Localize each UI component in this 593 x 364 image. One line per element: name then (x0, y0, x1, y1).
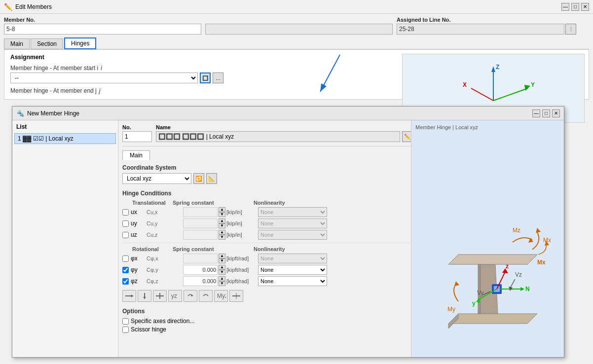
phiz-down[interactable]: ▼ (219, 281, 225, 286)
specific-axes-label: Specific axes direction... (131, 318, 194, 325)
no-input[interactable]: 1 (122, 131, 152, 142)
tab-main[interactable]: Main (4, 38, 30, 49)
phix-up[interactable]: ▲ (219, 254, 225, 258)
svg-text:N: N (525, 286, 530, 292)
svg-text:X: X (463, 81, 467, 88)
svg-marker-22 (448, 314, 537, 324)
tab-hinges[interactable]: Hinges (64, 37, 96, 49)
uz-up[interactable]: ▲ (219, 230, 225, 235)
coord-icon-btn2[interactable]: 📐 (206, 173, 217, 184)
toolbar-btn-2[interactable] (138, 290, 151, 302)
phiy-down[interactable]: ▼ (219, 270, 225, 275)
uy-check[interactable] (122, 220, 129, 227)
sub-tab-main[interactable]: Main (122, 150, 150, 160)
hinge-start-edit-btn[interactable]: 🔲 (200, 73, 211, 83)
phiz-nonlin[interactable]: None (258, 276, 327, 286)
svg-text:Vy: Vy (477, 290, 484, 296)
spacer-input[interactable] (205, 24, 393, 35)
svg-text:Vz: Vz (515, 271, 522, 278)
spring-header2: Spring constant (173, 246, 252, 252)
coord-icon-btn1[interactable]: 🔁 (193, 173, 204, 184)
spacer-group (205, 17, 393, 35)
member-no-group: Member No. 5-8 (4, 17, 201, 35)
sub-dialog-icon: 🔩 (16, 109, 24, 117)
toolbar-btn-1[interactable] (122, 290, 136, 302)
list-item-text: 1 ▓▓ ☑☑ | Local xyz (18, 135, 74, 142)
uy-down[interactable]: ▼ (219, 223, 225, 228)
toolbar-btn-6[interactable] (199, 290, 213, 302)
coord-select[interactable]: Local xyz (122, 173, 191, 184)
assigned-line-group: Assigned to Line No. 25-28 ⋮ (397, 17, 576, 35)
sub-maximize-btn[interactable]: □ (542, 109, 550, 117)
hinge-start-browse-btn[interactable]: … (213, 73, 223, 83)
assigned-line-label: Assigned to Line No. (397, 17, 576, 23)
ux-down[interactable]: ▼ (219, 212, 225, 217)
phiy-nonlin[interactable]: None (258, 265, 327, 275)
uz-check[interactable] (122, 232, 129, 238)
uy-nonlin[interactable]: None (258, 218, 327, 228)
list-item[interactable]: 1 ▓▓ ☑☑ | Local xyz (14, 133, 116, 144)
phix-down[interactable]: ▼ (219, 258, 225, 263)
phiy-input[interactable] (183, 265, 218, 275)
hinge-start-select[interactable]: -- (10, 73, 198, 83)
assigned-line-btn[interactable]: ⋮ (565, 24, 576, 35)
ux-up[interactable]: ▲ (219, 207, 225, 212)
svg-text:Myz: Myz (217, 292, 226, 299)
uy-input[interactable] (183, 218, 218, 228)
svg-text:y: y (472, 300, 476, 307)
phiz-up[interactable]: ▲ (219, 276, 225, 281)
svg-text:Mx: Mx (537, 259, 546, 266)
phix-input[interactable] (183, 254, 218, 263)
phiy-up[interactable]: ▲ (219, 265, 225, 270)
no-group: No. 1 (122, 124, 152, 142)
svg-line-1 (320, 55, 340, 92)
toolbar-btn-7[interactable]: Myz (214, 290, 228, 302)
ux-check[interactable] (122, 209, 129, 216)
close-button[interactable]: ✕ (581, 3, 589, 11)
svg-marker-24 (448, 255, 537, 264)
sub-dialog: 🔩 New Member Hinge — □ ✕ List 1 ▓▓ ☑☑ | … (12, 106, 564, 358)
3d-diagram-svg: N z y Mx Mz (419, 166, 557, 353)
uz-down[interactable]: ▼ (219, 235, 225, 240)
phix-nonlin[interactable]: None (258, 254, 327, 263)
minimize-button[interactable]: — (561, 3, 569, 11)
uz-nonlin[interactable]: None (258, 230, 327, 240)
phiy-check[interactable] (122, 267, 129, 273)
trans-header: Translational (132, 200, 167, 206)
sub-close-btn[interactable]: ✕ (552, 109, 560, 117)
assigned-line-input[interactable]: 25-28 (397, 24, 564, 35)
ux-nonlin[interactable]: None (258, 207, 327, 217)
maximize-button[interactable]: □ (571, 3, 579, 11)
scissor-hinge-check[interactable] (122, 327, 129, 333)
svg-marker-26 (478, 264, 481, 314)
specific-axes-check[interactable] (122, 318, 129, 325)
uy-up[interactable]: ▲ (219, 218, 225, 223)
list-panel: List 1 ▓▓ ☑☑ | Local xyz (12, 120, 118, 357)
member-no-input[interactable]: 5-8 (4, 24, 201, 35)
sub-title-bar: 🔩 New Member Hinge — □ ✕ (12, 107, 564, 120)
sub-body: List 1 ▓▓ ☑☑ | Local xyz No. 1 Name (12, 120, 564, 357)
tab-section[interactable]: Section (31, 38, 63, 49)
svg-text:yz: yz (171, 292, 177, 299)
app-icon: ✏️ (4, 3, 12, 11)
svg-text:z: z (506, 263, 509, 270)
sub-minimize-btn[interactable]: — (532, 109, 540, 117)
svg-marker-13 (143, 297, 146, 299)
phix-check[interactable] (122, 255, 129, 262)
blue-arrow (310, 50, 370, 99)
ux-input[interactable] (183, 207, 218, 217)
toolbar-btn-5[interactable] (184, 290, 197, 302)
uz-input[interactable] (183, 230, 218, 240)
svg-line-8 (471, 88, 493, 101)
no-label: No. (122, 124, 152, 130)
app-title: Edit Members (15, 3, 52, 10)
spring-header: Spring constant (173, 200, 252, 206)
name-group: Name ✏️ (156, 124, 413, 142)
name-input[interactable] (156, 131, 400, 142)
diagram-panel: Member Hinge | Local xyz (411, 120, 564, 357)
toolbar-btn-3[interactable] (153, 290, 167, 302)
phiz-input[interactable] (183, 276, 218, 286)
toolbar-btn-4[interactable]: yz (168, 290, 182, 302)
phiz-check[interactable] (122, 278, 129, 285)
toolbar-btn-8[interactable] (229, 290, 243, 302)
